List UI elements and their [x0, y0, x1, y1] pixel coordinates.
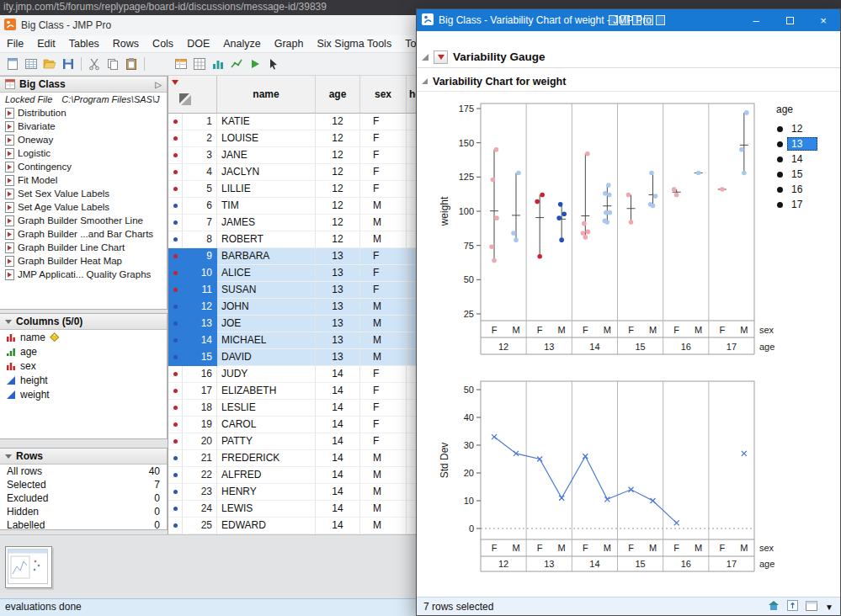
cell-age[interactable]: 12: [316, 164, 360, 181]
table-row[interactable]: 2LOUISE12F: [168, 130, 421, 147]
cell-name[interactable]: JOE: [217, 316, 316, 332]
table-row[interactable]: 15DAVID13M: [168, 349, 421, 366]
chart-title[interactable]: Variability Chart for weight: [433, 76, 566, 88]
cell-age[interactable]: 12: [316, 198, 360, 215]
window-layout-icon[interactable]: [806, 601, 817, 613]
table-script-item[interactable]: Set Sex Value Labels: [0, 187, 167, 200]
menu-six-sigma-tools[interactable]: Six Sigma Tools: [310, 36, 398, 51]
legend-item-age-16[interactable]: 16: [774, 182, 839, 197]
titlebar-tool-button[interactable]: [620, 15, 630, 25]
table-row[interactable]: 21FREDERICK14M: [168, 450, 421, 467]
cell-sex[interactable]: F: [360, 383, 407, 400]
data-table-icon[interactable]: [22, 55, 40, 73]
row-number[interactable]: 23: [183, 484, 217, 501]
menu-edit[interactable]: Edit: [30, 36, 62, 51]
cell-sex[interactable]: M: [360, 299, 407, 316]
row-state-cell[interactable]: [168, 181, 183, 198]
cell-name[interactable]: CAROL: [217, 417, 316, 433]
cell-sex[interactable]: F: [360, 366, 407, 383]
cell-age[interactable]: 12: [316, 215, 360, 231]
menu-cols[interactable]: Cols: [146, 36, 180, 51]
run-script-icon[interactable]: [246, 55, 264, 73]
menu-graph[interactable]: Graph: [268, 36, 311, 51]
row-number[interactable]: 15: [183, 349, 217, 366]
row-number[interactable]: 18: [183, 400, 217, 417]
cell-sex[interactable]: F: [360, 181, 407, 198]
cell-age[interactable]: 14: [316, 450, 360, 467]
row-state-cell[interactable]: [168, 518, 183, 534]
table-row[interactable]: 5LILLIE12F: [168, 181, 421, 198]
cell-name[interactable]: JOHN: [217, 299, 316, 316]
cell-sex[interactable]: F: [360, 282, 407, 299]
row-state-cell[interactable]: [168, 147, 183, 164]
cell-name[interactable]: PATTY: [217, 433, 316, 450]
cell-sex[interactable]: M: [360, 518, 407, 534]
table-row[interactable]: 11SUSAN13F: [168, 282, 421, 299]
row-state-cell[interactable]: [168, 332, 183, 349]
cell-age[interactable]: 13: [316, 349, 360, 366]
cell-sex[interactable]: M: [360, 215, 407, 231]
cell-name[interactable]: HENRY: [217, 484, 316, 501]
cell-age[interactable]: 12: [316, 147, 360, 164]
cell-sex[interactable]: M: [360, 332, 407, 349]
grid-corner-cell[interactable]: [168, 76, 217, 114]
table-script-item[interactable]: Distribution: [0, 106, 167, 119]
row-number[interactable]: 9: [183, 248, 217, 265]
table-row[interactable]: 3JANE12F: [168, 147, 421, 164]
new-window-icon[interactable]: [3, 55, 22, 73]
table-row[interactable]: 18LESLIE14F: [168, 400, 421, 417]
cell-name[interactable]: TIM: [217, 198, 316, 215]
grid-icon[interactable]: [190, 55, 209, 73]
table-row[interactable]: 13JOE13M: [168, 316, 421, 332]
home-icon[interactable]: [768, 600, 780, 613]
row-number[interactable]: 8: [183, 231, 217, 248]
menu-doe[interactable]: DOE: [180, 36, 216, 51]
cut-icon[interactable]: [85, 55, 104, 73]
row-state-cell[interactable]: [168, 433, 183, 450]
column-item-age[interactable]: age: [0, 344, 167, 358]
table-row[interactable]: 22ALFRED14M: [168, 467, 421, 484]
line-chart-icon[interactable]: [227, 55, 246, 73]
row-state-cell[interactable]: [168, 467, 183, 484]
table-script-item[interactable]: Set Age Value Labels: [0, 200, 167, 214]
row-state-cell[interactable]: [168, 299, 183, 316]
row-number[interactable]: 10: [183, 265, 217, 282]
column-item-name[interactable]: name: [0, 330, 167, 344]
copy-icon[interactable]: [104, 55, 122, 73]
cell-age[interactable]: 14: [316, 484, 360, 501]
column-header-age[interactable]: age: [316, 76, 360, 114]
select-all-diagonal-icon[interactable]: [178, 93, 192, 109]
row-state-cell[interactable]: [168, 383, 183, 400]
titlebar-tool-button[interactable]: [632, 15, 641, 25]
cell-name[interactable]: LESLIE: [217, 400, 316, 417]
row-number[interactable]: 6: [183, 198, 217, 215]
cell-sex[interactable]: F: [360, 147, 407, 164]
table-row[interactable]: 7JAMES12M: [168, 215, 421, 231]
row-state-cell[interactable]: [168, 316, 183, 332]
row-number[interactable]: 19: [183, 417, 217, 433]
cell-age[interactable]: 12: [316, 114, 360, 130]
red-triangle-menu[interactable]: [434, 50, 448, 64]
cell-age[interactable]: 12: [316, 181, 360, 198]
cell-sex[interactable]: M: [360, 484, 407, 501]
row-number[interactable]: 11: [183, 282, 217, 299]
disclosure-icon[interactable]: [422, 78, 428, 84]
row-number[interactable]: 12: [183, 299, 217, 316]
report-titlebar[interactable]: Big Class - Variability Chart of weight …: [417, 9, 840, 31]
cell-name[interactable]: JAMES: [217, 215, 316, 231]
table-row[interactable]: 14MICHAEL13M: [168, 332, 421, 349]
row-number[interactable]: 14: [183, 332, 217, 349]
column-item-sex[interactable]: sex: [0, 358, 167, 373]
cell-name[interactable]: FREDERICK: [217, 450, 316, 467]
cell-name[interactable]: JACLYN: [217, 164, 316, 181]
row-number[interactable]: 7: [183, 215, 217, 231]
cell-sex[interactable]: F: [360, 130, 407, 147]
cell-age[interactable]: 12: [316, 130, 360, 147]
titlebar-tool-button[interactable]: [656, 15, 665, 25]
table-row[interactable]: 9BARBARA13F: [168, 248, 421, 265]
table-script-item[interactable]: Fit Model: [0, 173, 167, 187]
cell-name[interactable]: EDWARD: [217, 518, 316, 534]
table-script-item[interactable]: Graph Builder Line Chart: [0, 241, 167, 254]
cell-sex[interactable]: F: [360, 114, 407, 130]
panel-collapse-icon[interactable]: ▷: [155, 80, 162, 89]
